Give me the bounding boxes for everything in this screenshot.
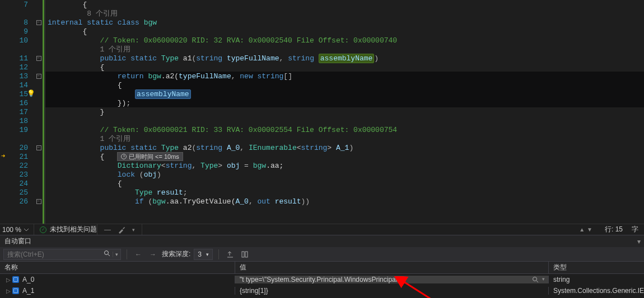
svg-rect-2 bbox=[242, 252, 244, 257]
code-line[interactable]: public static Type a1(string typeFullNam… bbox=[45, 54, 644, 63]
fold-toggle[interactable]: − bbox=[36, 20, 41, 25]
variable-type: string bbox=[553, 276, 570, 283]
nav-up-icon[interactable]: ▲ bbox=[579, 226, 585, 233]
code-line[interactable]: }); bbox=[45, 98, 644, 107]
code-line[interactable]: { bbox=[45, 179, 644, 188]
variable-type: System.Collections.Generic.IEnu bbox=[553, 287, 644, 295]
code-editor[interactable]: 💡➜ 78−91011−1213−14151617181920−21222324… bbox=[0, 0, 644, 224]
clock-icon bbox=[121, 154, 127, 159]
header-value[interactable]: 值 bbox=[235, 262, 549, 273]
svg-line-5 bbox=[536, 281, 538, 282]
search-options-chevron-icon[interactable]: ▾ bbox=[113, 252, 120, 257]
depth-dropdown[interactable]: 3 ▾ bbox=[194, 249, 213, 260]
line-indicator: 行: 15 bbox=[605, 225, 623, 234]
brush-icon[interactable] bbox=[118, 226, 125, 234]
autos-toolbar: ▾ ← → 搜索深度: 3 ▾ bbox=[0, 247, 644, 262]
zoom-dropdown[interactable]: 100 % bbox=[0, 226, 34, 234]
code-line[interactable]: { bbox=[45, 27, 644, 36]
perf-tip[interactable]: 已用时间 <= 10ms bbox=[117, 152, 183, 161]
code-line[interactable]: 1 个引用 bbox=[45, 45, 644, 54]
code-line[interactable]: // Token: 0x06000021 RID: 33 RVA: 0x0000… bbox=[45, 125, 644, 134]
svg-point-0 bbox=[105, 251, 109, 255]
code-line[interactable]: } bbox=[45, 107, 644, 116]
code-line[interactable]: assemblyName bbox=[45, 89, 644, 98]
fold-toggle[interactable]: − bbox=[36, 199, 41, 204]
variable-value: {string[1]} bbox=[240, 287, 268, 295]
autos-grid-body[interactable]: ▷A_0▾string▷A_1{string[1]}System.Collect… bbox=[0, 274, 644, 298]
fold-toggle[interactable]: − bbox=[36, 56, 41, 61]
autos-row[interactable]: ▷A_0▾string bbox=[0, 274, 644, 285]
search-icon[interactable] bbox=[101, 250, 113, 258]
filter-button[interactable] bbox=[225, 249, 236, 260]
change-indicator bbox=[43, 0, 44, 224]
autos-title-text: 自动窗口 bbox=[4, 236, 31, 246]
expander-icon[interactable]: ▷ bbox=[4, 277, 12, 283]
header-name[interactable]: 名称 bbox=[0, 262, 235, 273]
check-icon: ✓ bbox=[40, 226, 46, 233]
view-icon[interactable] bbox=[532, 276, 539, 283]
code-line[interactable]: Dictionary<string, Type> obj = bgw.aa; bbox=[45, 161, 644, 170]
root: 💡➜ 78−91011−1213−14151617181920−21222324… bbox=[0, 0, 644, 298]
variable-icon bbox=[12, 287, 19, 294]
code-line[interactable]: { bbox=[45, 63, 644, 72]
code-line[interactable]: lock (obj) bbox=[45, 170, 644, 179]
issues-text: 未找到相关问题 bbox=[50, 225, 97, 234]
search-input[interactable] bbox=[4, 250, 101, 258]
code-line[interactable]: if (bgw.aa.TryGetValue(A_0, out result)) bbox=[45, 197, 644, 206]
svg-point-4 bbox=[533, 277, 537, 281]
svg-rect-3 bbox=[245, 252, 248, 257]
svg-line-1 bbox=[108, 254, 110, 256]
code-line[interactable]: return bgw.a2(typeFullName, new string[] bbox=[45, 72, 644, 81]
lightbulb-icon[interactable]: 💡 bbox=[27, 89, 35, 98]
ruler-icon[interactable]: — bbox=[104, 226, 111, 234]
fold-toggle[interactable]: − bbox=[36, 74, 41, 79]
code-line[interactable]: Type result; bbox=[45, 188, 644, 197]
nav-down-icon[interactable]: ▼ bbox=[587, 226, 592, 233]
columns-button[interactable] bbox=[239, 249, 250, 260]
code-line[interactable]: internal static class bgw bbox=[45, 18, 644, 27]
code-line[interactable]: 8 个引用 bbox=[45, 9, 644, 18]
code-line[interactable]: // Token: 0x06000020 RID: 32 RVA: 0x0000… bbox=[45, 36, 644, 45]
search-box[interactable]: ▾ bbox=[3, 249, 121, 260]
header-type[interactable]: 类型 bbox=[549, 262, 644, 273]
current-statement-arrow-icon: ➜ bbox=[1, 152, 5, 160]
editor-status-bar: 100 % ✓ 未找到相关问题 — ▾ ▲ ▼ 行: 15 字 bbox=[0, 224, 644, 235]
zoom-value: 100 % bbox=[2, 226, 21, 234]
variable-name: A_1 bbox=[22, 287, 34, 295]
chevron-down-icon[interactable]: ▾ bbox=[542, 276, 545, 283]
code-line[interactable]: 1 个引用 bbox=[45, 134, 644, 143]
autos-panel-title: 自动窗口 ▾ bbox=[0, 235, 644, 247]
code-line[interactable] bbox=[45, 116, 644, 125]
issues-indicator[interactable]: ✓ 未找到相关问题 bbox=[34, 225, 97, 234]
depth-label: 搜索深度: bbox=[162, 249, 190, 259]
fold-toggle[interactable]: − bbox=[36, 145, 41, 150]
value-input[interactable] bbox=[240, 276, 532, 283]
code-line[interactable]: public static Type a2(string A_0, IEnume… bbox=[45, 143, 644, 152]
depth-value: 3 bbox=[198, 250, 202, 258]
variable-icon bbox=[12, 276, 19, 283]
expander-icon[interactable]: ▷ bbox=[4, 288, 12, 294]
variable-name: A_0 bbox=[22, 276, 34, 283]
code-line[interactable]: { bbox=[45, 0, 644, 9]
code-line[interactable]: { bbox=[45, 81, 644, 89]
autos-grid-header: 名称 值 类型 bbox=[0, 262, 644, 274]
autos-row[interactable]: ▷A_1{string[1]}System.Collections.Generi… bbox=[0, 285, 644, 296]
col-indicator: 字 bbox=[632, 225, 638, 234]
nav-forward-button[interactable]: → bbox=[147, 249, 158, 260]
nav-back-button[interactable]: ← bbox=[133, 249, 144, 260]
panel-menu-icon[interactable]: ▾ bbox=[637, 238, 644, 245]
